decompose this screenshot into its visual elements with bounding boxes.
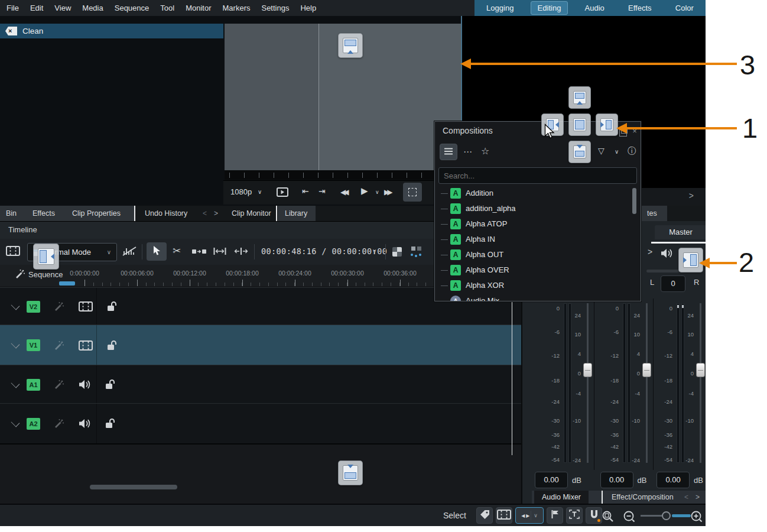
composition-list-item[interactable]: AAlpha XOR [436,278,641,293]
track-effects-wand-icon[interactable] [54,340,64,351]
more-options-icon[interactable]: ⋯ [463,147,472,157]
mixer-toggle-icon[interactable] [409,246,423,260]
compositions-search-input[interactable] [438,167,637,184]
track-audio-icon[interactable] [79,379,91,390]
mixer-expand-chevron-icon[interactable]: > [648,247,652,257]
tabs-scroll-right-icon[interactable]: > [214,206,218,221]
zoom-slider-track[interactable] [641,515,662,517]
volume-fader-handle[interactable] [642,363,651,377]
zoom-slider-handle[interactable] [662,511,671,520]
menu-item-help[interactable]: Help [300,0,316,16]
gain-value-input[interactable]: 0.00 [656,472,690,488]
tab-bin[interactable]: Bin [6,206,17,221]
tab-library[interactable]: Library [285,206,307,221]
workspace-tab-effects[interactable]: Effects [621,1,659,15]
menu-item-monitor[interactable]: Monitor [186,0,211,16]
track-video-icon[interactable] [79,301,93,312]
zone-mode-button[interactable] [403,183,422,202]
timeline-horizontal-scrollbar[interactable] [90,485,177,489]
track-lock-icon[interactable] [107,340,117,351]
menu-item-tool[interactable]: Tool [160,0,174,16]
toolbar-overflow-chevron-icon[interactable]: > [689,191,694,200]
spacer-tool-icon[interactable] [191,247,207,258]
workspace-tab-color[interactable]: Color [668,1,701,15]
dock-indicator-target-right[interactable] [596,113,618,136]
menu-item-media[interactable]: Media [82,0,103,16]
clip-monitor-ruler[interactable] [225,170,461,180]
timeline-track-a1[interactable]: A1 [0,365,521,405]
zoom-fit-icon[interactable] [602,510,615,525]
menu-item-settings[interactable]: Settings [261,0,289,16]
zoom-in-icon[interactable] [690,510,703,525]
volume-fader-track[interactable] [700,303,701,463]
resolution-chevron-icon[interactable]: ∨ [258,189,262,195]
composition-list-item[interactable]: AAlpha OVER [436,262,641,278]
timeline-track-v1[interactable]: V1 [0,325,521,366]
composition-list-item[interactable]: AAlpha IN [436,232,641,247]
timeline-menu-icon[interactable] [6,246,20,258]
dock-indicator-window-top[interactable] [338,33,363,58]
filter-chevron-icon[interactable]: ∨ [615,148,619,155]
master-speaker-icon[interactable] [661,248,673,261]
track-effects-wand-icon[interactable] [54,301,64,312]
title-clip-button[interactable] [566,507,583,524]
snap-toggle-button[interactable] [586,507,602,524]
play-options-chevron-icon[interactable]: ∨ [375,189,379,195]
dock-indicator-target-top[interactable] [568,86,591,109]
track-collapse-chevron-icon[interactable] [11,379,20,388]
track-collapse-chevron-icon[interactable] [11,418,20,427]
zone-start-icon[interactable]: ⇤ [302,186,309,196]
volume-fader-handle[interactable] [696,363,705,377]
list-view-button[interactable] [440,144,457,160]
track-lock-icon[interactable] [107,301,117,312]
bin-clip-row[interactable]: × Clean [0,24,223,38]
tab-notes-partial[interactable]: tes [647,206,657,221]
tag-toggle-button[interactable] [476,507,493,524]
gain-value-input[interactable]: 0.00 [600,472,633,488]
menu-item-markers[interactable]: Markers [223,0,251,16]
mixer-tabs-scroll-right-icon[interactable]: > [696,491,700,504]
master-tab[interactable]: Master [655,225,706,239]
slip-tool-icon[interactable] [234,247,248,258]
timeline-playhead[interactable] [512,286,512,455]
clip-monitor-playhead[interactable] [318,24,319,170]
favorites-star-icon[interactable]: ☆ [481,145,489,157]
select-tool-button[interactable] [147,242,167,261]
composition-list-item[interactable]: AAlpha OUT [436,247,641,262]
tab-effect-composition[interactable]: Effect/Composition [604,491,681,504]
rewind-button[interactable]: ◀◀ [340,188,346,196]
timeline-zone-bar[interactable] [59,281,75,286]
marker-toggle-button[interactable] [547,507,563,524]
gain-value-input[interactable]: 0.00 [535,472,568,488]
volume-fader-track[interactable] [646,303,648,463]
timecode-chevron-icon[interactable]: ∨ [372,248,376,254]
tab-effects[interactable]: Effects [32,206,55,221]
composition-list-item[interactable]: AAlpha ATOP [436,216,641,232]
menu-item-file[interactable]: File [6,0,19,16]
track-effects-wand-icon[interactable] [54,379,64,390]
track-audio-icon[interactable] [79,419,91,429]
filter-icon[interactable]: ▽ [598,146,604,155]
track-collapse-chevron-icon[interactable] [11,301,20,310]
menu-item-view[interactable]: View [54,0,71,16]
volume-fader-track[interactable] [587,303,589,463]
info-icon[interactable]: ⓘ [628,146,636,157]
tab-audio-mixer[interactable]: Audio Mixer [534,491,589,504]
tab-clip-properties[interactable]: Clip Properties [72,206,121,221]
workspace-tab-logging[interactable]: Logging [479,1,521,15]
timeline-track-a2[interactable]: A2 [0,403,521,445]
track-lock-icon[interactable] [105,418,115,429]
ripple-tool-icon[interactable] [213,247,227,258]
track-video-icon[interactable] [79,340,93,351]
workspace-tab-audio[interactable]: Audio [578,1,612,15]
dock-indicator-window-bottom[interactable] [338,460,363,485]
mixer-tabs-scroll-left-icon[interactable]: < [684,491,688,504]
mix-dropdown-chevron-icon[interactable]: ∨ [531,511,538,520]
dock-indicator-window-left[interactable] [33,244,59,270]
thumbnails-toggle-button[interactable] [496,507,512,524]
composition-list-item[interactable]: Aaddition_alpha [436,201,641,216]
track-effects-wand-icon[interactable] [54,419,64,429]
mix-mode-button[interactable]: ◂ ▸ ∨ [515,507,544,524]
volume-fader-handle[interactable] [583,363,592,377]
mixed-audio-toggle-icon[interactable] [122,246,137,259]
